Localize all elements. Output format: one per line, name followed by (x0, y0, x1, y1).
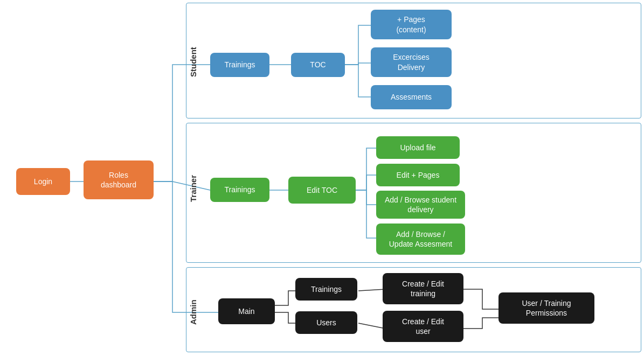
trainer-delivery-node[interactable]: Add / Browse studentdelivery (376, 191, 465, 219)
trainer-trainings-node[interactable]: Trainings (210, 178, 269, 202)
trainer-section-label: Trainer (189, 162, 198, 215)
admin-permissions-node[interactable]: User / TrainingPermissions (498, 292, 594, 324)
diagram: Student Trainer Admin Login Rolesdashboa… (0, 0, 644, 356)
admin-section-label: Admin (189, 291, 198, 334)
student-toc-node[interactable]: TOC (291, 53, 345, 77)
trainer-editpages-node[interactable]: Edit + Pages (376, 164, 460, 186)
student-exercises-node[interactable]: ExcercisesDelivery (371, 47, 452, 77)
student-pages-node[interactable]: + Pages(content) (371, 10, 452, 39)
admin-create-user-node[interactable]: Create / Edituser (383, 311, 463, 342)
login-node[interactable]: Login (16, 168, 70, 195)
trainer-edittoc-node[interactable]: Edit TOC (288, 177, 356, 204)
student-assessments-node[interactable]: Assesments (371, 85, 452, 109)
admin-trainings-node[interactable]: Trainings (295, 278, 357, 301)
admin-users-node[interactable]: Users (295, 311, 357, 334)
roles-dashboard-node[interactable]: Rolesdashboard (84, 160, 154, 199)
student-section-label: Student (189, 16, 198, 108)
trainer-upload-node[interactable]: Upload file (376, 136, 460, 159)
trainer-assessment-node[interactable]: Add / Browse /Update Assesment (376, 224, 465, 255)
admin-create-training-node[interactable]: Create / Edittraining (383, 273, 463, 304)
admin-main-node[interactable]: Main (218, 298, 275, 324)
student-trainings-node[interactable]: Trainings (210, 53, 269, 77)
